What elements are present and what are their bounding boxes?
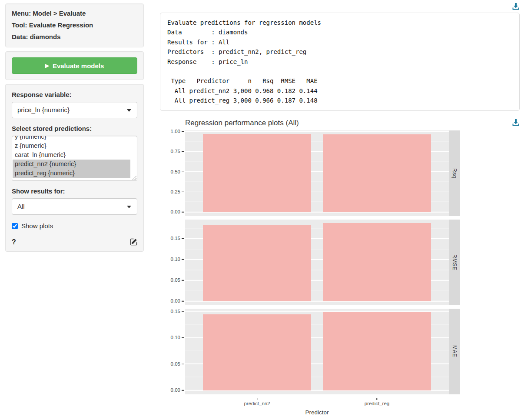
y-tick-mark — [182, 301, 184, 302]
axis-spacer — [160, 409, 185, 416]
x-axis: predict_nn2predict_reg — [160, 398, 460, 409]
facet-chart: 0.000.250.500.751.00Rsq0.000.050.100.15R… — [160, 130, 460, 416]
facet-strip-label: Rsq — [451, 168, 458, 178]
prediction-option[interactable]: z {numeric} — [13, 141, 130, 150]
y-tick-label: 0.00 — [171, 210, 180, 215]
axis-spacer — [160, 398, 185, 409]
summary-toolbar — [160, 3, 520, 11]
prediction-option[interactable]: y {numeric} — [13, 136, 130, 141]
response-variable-label: Response variable: — [12, 91, 137, 98]
y-tick-mark — [182, 238, 184, 239]
y-tick-mark — [182, 363, 184, 364]
download-icon — [512, 3, 520, 10]
predictions-label: Select stored predictions: — [12, 125, 137, 132]
x-tick-mark — [257, 398, 258, 400]
facet-panel-rmse — [185, 220, 449, 305]
download-summary-button[interactable] — [512, 3, 520, 11]
predictions-list-inner: y {numeric}z {numeric}carat_ln {numeric}… — [13, 136, 136, 178]
prediction-option[interactable]: carat_ln {numeric} — [13, 150, 130, 160]
facet-strip-rsq: Rsq — [449, 130, 460, 216]
x-axis-area: predict_nn2predict_reg — [185, 398, 449, 409]
axis-spacer — [449, 398, 460, 409]
y-tick-mark — [182, 280, 184, 281]
response-variable-select[interactable]: price_ln {numeric} — [12, 102, 137, 118]
bar-predict_nn2-mae — [203, 314, 311, 390]
plot-section: Regression performance plots (All) 0.000… — [160, 119, 520, 416]
y-tick-label: 0.15 — [171, 236, 180, 241]
y-tick-label: 0.25 — [171, 190, 180, 195]
y-axis-rmse: 0.000.050.100.15 — [160, 220, 185, 305]
tool-context: Tool: Evaluate Regression — [12, 21, 137, 29]
plot-title: Regression performance plots (All) — [185, 119, 299, 127]
download-icon — [512, 119, 520, 127]
y-tick-label: 0.75 — [171, 149, 180, 154]
help-button[interactable]: ? — [12, 239, 16, 246]
show-results-label: Show results for: — [12, 187, 137, 195]
y-tick-label: 1.00 — [171, 129, 180, 134]
prediction-option[interactable]: predict_reg {numeric} — [13, 169, 130, 178]
show-plots-checkbox[interactable] — [12, 223, 18, 229]
show-plots-label: Show plots — [21, 222, 53, 230]
facet-row-rmse: 0.000.050.100.15RMSE — [160, 220, 460, 305]
y-tick-mark — [182, 311, 184, 312]
y-tick-label: 0.50 — [171, 169, 180, 174]
bar-predict_reg-rsq — [323, 134, 431, 212]
play-icon: ▶ — [45, 63, 49, 68]
show-plots-row: Show plots — [12, 222, 137, 230]
y-tick-label: 0.10 — [171, 335, 180, 340]
y-tick-mark — [182, 337, 184, 338]
predictions-list[interactable]: y {numeric}z {numeric}carat_ln {numeric}… — [12, 136, 137, 181]
facet-strip-rmse: RMSE — [449, 220, 460, 305]
y-tick-mark — [182, 390, 184, 391]
x-tick-mark — [377, 398, 378, 400]
x-axis-title: Predictor — [185, 409, 449, 416]
y-axis-rsq: 0.000.250.500.751.00 — [160, 130, 185, 216]
y-tick-mark — [182, 192, 184, 193]
summary-text: Evaluate predictions for regression mode… — [167, 18, 512, 106]
y-tick-mark — [182, 212, 184, 213]
main-content: Evaluate predictions for regression mode… — [144, 0, 521, 420]
bar-predict_reg-rmse — [323, 223, 431, 301]
y-tick-label: 0.00 — [171, 299, 180, 304]
y-tick-label: 0.00 — [171, 388, 180, 393]
facet-row-rsq: 0.000.250.500.751.00Rsq — [160, 130, 460, 216]
y-tick-mark — [182, 131, 184, 132]
edit-code-button[interactable] — [130, 238, 137, 246]
action-panel: ▶ Evaluate models — [5, 51, 144, 80]
show-results-select[interactable]: All — [12, 198, 137, 215]
facet-strip-label: MAE — [451, 345, 458, 357]
axis-spacer — [449, 409, 460, 416]
settings-footer: ? — [12, 238, 137, 246]
bar-predict_nn2-rmse — [203, 225, 311, 301]
x-axis-title-row: Predictor — [160, 409, 460, 416]
settings-panel: Response variable: price_ln {numeric} Se… — [5, 84, 144, 252]
y-tick-label: 0.15 — [171, 309, 180, 314]
major-gridline — [185, 311, 449, 312]
prediction-option[interactable]: predict_nn2 {numeric} — [13, 160, 130, 169]
x-tick-label: predict_reg — [365, 401, 390, 406]
facet-row-mae: 0.000.050.100.15MAE — [160, 309, 460, 394]
sidebar: Menu: Model > Evaluate Tool: Evaluate Re… — [5, 3, 144, 420]
radiant-app: Menu: Model > Evaluate Tool: Evaluate Re… — [0, 0, 521, 420]
summary-output: Evaluate predictions for regression mode… — [160, 13, 520, 111]
facet-strip-label: RMSE — [451, 254, 458, 270]
pencil-square-icon — [130, 238, 137, 246]
y-tick-mark — [182, 259, 184, 260]
evaluate-models-label: Evaluate models — [53, 62, 104, 70]
y-axis-mae: 0.000.050.100.15 — [160, 309, 185, 394]
facet-panel-mae — [185, 309, 449, 394]
major-gridline — [185, 131, 449, 132]
facet-panel-rsq — [185, 130, 449, 216]
download-plot-button[interactable] — [512, 119, 520, 127]
facet-strip-mae: MAE — [449, 309, 460, 394]
menu-context: Menu: Model > Evaluate — [12, 10, 137, 17]
y-tick-label: 0.05 — [171, 361, 180, 367]
y-tick-mark — [182, 151, 184, 152]
plot-header: Regression performance plots (All) — [160, 119, 520, 127]
response-variable-value: price_ln {numeric} — [17, 106, 70, 113]
data-context: Data: diamonds — [12, 33, 137, 40]
x-tick-label: predict_nn2 — [244, 401, 270, 406]
bar-predict_nn2-rsq — [203, 134, 311, 212]
y-tick-label: 0.10 — [171, 257, 180, 262]
evaluate-models-button[interactable]: ▶ Evaluate models — [12, 57, 137, 74]
